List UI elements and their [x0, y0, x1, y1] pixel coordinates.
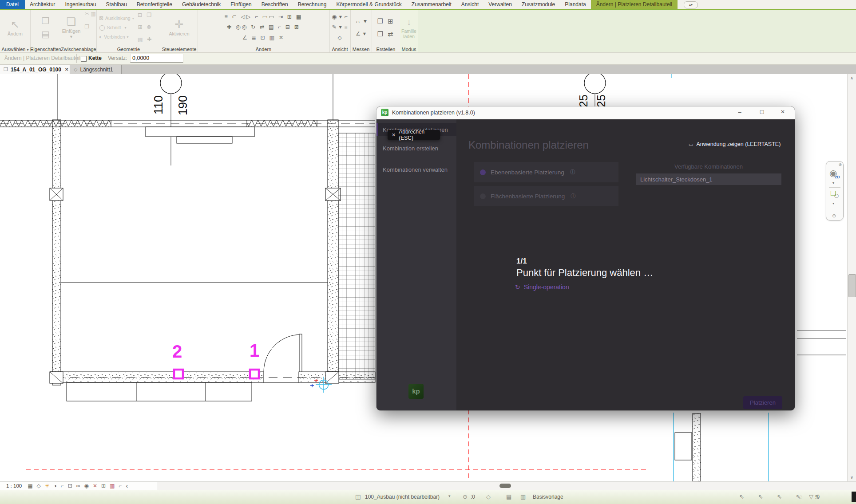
list-icon-a[interactable]: ▤: [506, 493, 511, 500]
create-tools-row-2[interactable]: ❐ ⇄: [377, 28, 394, 40]
radio-ebenenbasiert[interactable]: Ebenenbasierte Platzierung ⓘ: [474, 162, 618, 182]
wheel-dropdown-icon[interactable]: ▾: [832, 181, 834, 185]
dim-25-a[interactable]: 25: [577, 94, 590, 107]
combination-list-item[interactable]: Lichtschalter_Steckdosen_1: [636, 173, 781, 185]
tab-koerpermodell[interactable]: Körpermodell & Grundstück: [331, 0, 406, 9]
geometry-extra-icons-1[interactable]: ⊡ ❐: [138, 11, 153, 20]
geometry-extra-icons-2[interactable]: ⊞ ⊗: [138, 23, 153, 32]
properties-type-icon[interactable]: ❐: [42, 16, 50, 26]
maximize-icon[interactable]: ▢: [757, 109, 766, 114]
temporary-hide-isolate-icon[interactable]: ∞: [76, 483, 80, 489]
ausklinkung-button[interactable]: ⊠Ausklinkung▾: [99, 15, 134, 21]
radio-flaechenbasiert[interactable]: Flächenbasierte Platzierung ⓘ: [474, 186, 618, 206]
tab-betonfertigteile[interactable]: Betonfertigteile: [132, 0, 177, 9]
tab-gebaeudetechnik[interactable]: Gebäudetechnik: [177, 0, 226, 9]
horizontal-scroll-thumb[interactable]: [499, 484, 511, 488]
selection-box-icon[interactable]: ⊞: [101, 483, 106, 489]
editing-requests-icon[interactable]: ⊙: [463, 493, 468, 500]
show-crop-icon[interactable]: ⊡: [68, 483, 72, 489]
design-options-icon[interactable]: ◇: [486, 493, 491, 500]
modify-button[interactable]: ↖ Ändern: [8, 19, 23, 36]
modify-tools-row-3[interactable]: ∠ ≣ ⊡ ▥ ✕: [242, 33, 285, 43]
tab-verwalten[interactable]: Verwalten: [483, 0, 517, 9]
worksharing-display-icon[interactable]: ✕: [93, 483, 97, 489]
view-tab-section[interactable]: ◇ Längsschnitt1: [70, 65, 122, 74]
close-view-icon[interactable]: ✕: [65, 67, 68, 72]
reveal-constraints-icon[interactable]: ⌐: [119, 483, 122, 489]
list-icon-b[interactable]: ▥: [520, 493, 526, 500]
scroll-up-button[interactable]: ∧: [848, 74, 856, 82]
tab-plandata[interactable]: Plandata: [560, 0, 590, 9]
paste-button[interactable]: ❏ Einfügen ▾: [61, 16, 82, 39]
close-icon[interactable]: ✕: [778, 109, 787, 115]
tab-beschriften[interactable]: Beschriften: [257, 0, 293, 9]
bottom-wall[interactable]: [50, 372, 375, 383]
properties-palette-icon[interactable]: ▤: [41, 29, 50, 39]
ribbon-display-toggle[interactable]: ▴▾: [684, 1, 698, 8]
show-application-button[interactable]: ▭ Anwendung zeigen (LEERTASTE): [689, 141, 781, 147]
visual-style-icon[interactable]: ◇: [37, 483, 41, 489]
tab-ansicht[interactable]: Ansicht: [456, 0, 483, 9]
modify-tools-row-2[interactable]: ✚ ◎◎ ↻ ⇄ ▤ ⌐ ⊟ ⊠: [227, 23, 301, 32]
design-option-label[interactable]: Basisvorlage: [533, 494, 563, 500]
detail-level-icon[interactable]: ▦: [28, 483, 32, 489]
aktivieren-button[interactable]: ✛ Aktivieren: [169, 19, 189, 36]
single-operation-toggle[interactable]: ↻ Single-operation: [515, 284, 569, 291]
modify-tools-row-1[interactable]: ≡ ⊂ ◁▷ ⌐ ▭▭ ⇥ ⊞ ▦: [225, 12, 303, 22]
clipboard-side-icons[interactable]: ✂ ❒ ▥: [84, 11, 96, 44]
background-process-icon[interactable]: ◌: [799, 493, 803, 500]
bottom-scroll-row[interactable]: 1 : 100 ▦ ◇ ☀ ◑ ⌐ ⊡ ∞ ◉ ✕ ⊞ ▥ ⌐ ‹: [0, 481, 856, 490]
tab-ingenieurbau[interactable]: Ingenieurbau: [60, 0, 101, 9]
scale-control[interactable]: 1 : 100: [6, 483, 22, 488]
view-tools-row-1[interactable]: ◉ ▾ ⌐: [332, 12, 348, 22]
viewbar-collapse-icon[interactable]: ‹: [126, 483, 128, 489]
sun-settings-icon[interactable]: ☀: [45, 483, 50, 489]
left-wall[interactable]: [50, 120, 63, 385]
displace-elements-icon[interactable]: ▥: [110, 483, 115, 489]
reveal-hidden-icon[interactable]: ◉: [84, 483, 88, 489]
tab-zusammenarbeit[interactable]: Zusammenarbeit: [407, 0, 456, 9]
verbinden-button[interactable]: ◐Verbinden▾: [99, 34, 134, 40]
sidebar-item-erstellen[interactable]: Kombination erstellen: [376, 142, 456, 155]
panel-label-auswaehlen[interactable]: Auswählen▾: [0, 47, 30, 52]
vertical-scrollbar[interactable]: ∧ ∨: [847, 74, 856, 481]
tab-zusatzmodule[interactable]: Zusatzmodule: [517, 0, 560, 9]
navigation-bar[interactable]: ⊗ ◉ 2D ▾ ❏ ◯ ▾ ⊖: [826, 161, 844, 220]
info-icon[interactable]: ⓘ: [570, 169, 575, 176]
scroll-down-button[interactable]: ∨: [848, 473, 856, 481]
tab-datei[interactable]: Datei: [0, 0, 25, 9]
kette-checkbox[interactable]: [81, 56, 87, 62]
lower-right-wall[interactable]: [675, 413, 701, 481]
radio-selected-icon[interactable]: [480, 169, 486, 175]
door[interactable]: [264, 334, 302, 372]
geometry-extra-icons-3[interactable]: ▧ ✚: [138, 35, 153, 44]
tab-contextual-aendern[interactable]: Ändern | Platzieren Detailbauteil: [591, 0, 678, 9]
cancel-button[interactable]: ✕ Abbrechen (ESC): [388, 130, 440, 140]
measure-tools-row-2[interactable]: ∠ ▾: [356, 29, 366, 39]
crop-region-icon[interactable]: ⌐: [61, 483, 64, 489]
navbar-minus-icon[interactable]: ⊖: [832, 213, 836, 219]
radio-unselected-icon[interactable]: [480, 193, 486, 199]
view-tools-row-3[interactable]: ◇: [337, 33, 342, 43]
navbar-close-icon[interactable]: ⊗: [838, 162, 842, 167]
tab-berechnung[interactable]: Berechnung: [293, 0, 332, 9]
tab-architektur[interactable]: Architektur: [25, 0, 60, 9]
zoom-dropdown-icon[interactable]: ▾: [832, 201, 834, 205]
schnitt-button[interactable]: ◯Schnitt▾: [99, 24, 134, 31]
info-icon[interactable]: ⓘ: [571, 193, 576, 200]
counter[interactable]: [67, 382, 252, 401]
versatz-input[interactable]: [130, 54, 183, 63]
dim-190[interactable]: 190: [176, 95, 190, 115]
vertical-scroll-thumb[interactable]: [848, 274, 856, 297]
dim-110[interactable]: 110: [152, 95, 165, 114]
tab-stahlbau[interactable]: Stahlbau: [101, 0, 131, 9]
measure-tools-row-1[interactable]: ↔ ▾: [355, 16, 367, 27]
create-tools-row-1[interactable]: ❒ ⊞: [377, 16, 394, 27]
filter-icon[interactable]: ▽: [809, 493, 813, 500]
view-tools-row-2[interactable]: ✎ ▾ ≡: [332, 23, 348, 32]
tab-einfuegen[interactable]: Einfügen: [226, 0, 256, 9]
view-tab-plan[interactable]: ❒ 154_A_01_OG_0100 ✕: [0, 65, 70, 74]
active-workset-label[interactable]: 100_Ausbau (nicht bearbeitbar): [365, 494, 440, 500]
platzieren-button[interactable]: Platzieren: [743, 396, 782, 409]
familie-laden-button[interactable]: ↓ Familie laden: [400, 16, 418, 39]
